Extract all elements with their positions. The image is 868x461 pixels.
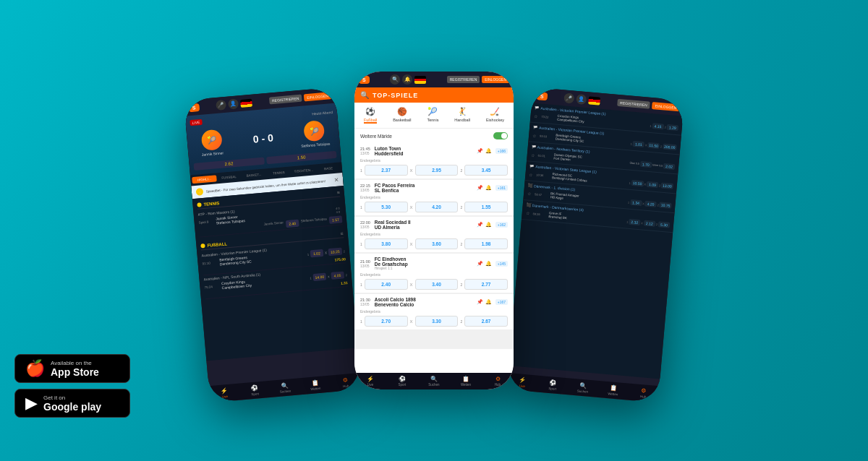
right-suchen-label: Suchen xyxy=(577,389,589,393)
r-odd4-2[interactable]: 13.00 xyxy=(661,183,673,189)
match4-odd-v1[interactable]: 2.40 xyxy=(365,279,408,290)
match3-ergebnis: Endergebnis xyxy=(360,232,508,236)
nav-tab-base[interactable]: BASE xyxy=(316,164,341,173)
sport-tab-fussball[interactable]: ⚽ Fußball xyxy=(364,107,377,124)
match2-odd-vx[interactable]: 4.20 xyxy=(415,202,459,212)
right-bottom-nav-hub[interactable]: ⚙ Hub xyxy=(628,387,659,400)
match3-num1-label: 1 xyxy=(360,242,362,246)
star6[interactable]: ☆ xyxy=(525,210,532,216)
right-bottom-nav: ⚡ Live ⚽ Sport 🔍 Suchen 📋 Wetten xyxy=(506,373,659,402)
r-odd3-over[interactable]: 1.70 xyxy=(640,161,652,168)
bottom-nav-sport[interactable]: ⚽ Sport xyxy=(239,384,271,397)
match1-odd-vx[interactable]: 2.95 xyxy=(415,165,459,176)
match1-odd-v2[interactable]: 3.45 xyxy=(464,165,508,176)
r-odd2-2[interactable]: 200.00 xyxy=(663,144,677,151)
r-odds1: 1 4.15 2 1.29 xyxy=(650,123,678,131)
sport-tab-handball[interactable]: 🤾 Handball xyxy=(454,107,470,124)
match2-odd-v2[interactable]: 1.55 xyxy=(464,202,508,212)
alert-close-button[interactable]: ✕ xyxy=(333,176,339,184)
match2-odd1[interactable]: 14.00 xyxy=(312,273,326,282)
sport-tab-eishockey[interactable]: 🏒 Eishockey xyxy=(486,107,504,124)
match5-card-odds: 1 2.70 X 3.30 2 2.67 xyxy=(360,316,508,327)
tennis-odd-157[interactable]: 1.57 xyxy=(329,215,343,224)
match2-header: 22:15 13/05 FC Pacos Ferreira SL Benfica… xyxy=(360,183,508,193)
match1-oddX[interactable]: 10.25 xyxy=(328,248,342,257)
center-bottom-nav-suchen[interactable]: 🔍 Suchen xyxy=(418,376,450,387)
match1-odd1[interactable]: 1.02 xyxy=(310,249,324,258)
right-register-button[interactable]: REGISTRIEREN xyxy=(617,99,650,109)
match5-odd-v1[interactable]: 2.70 xyxy=(365,316,408,327)
match5-odd-v2[interactable]: 2.67 xyxy=(464,316,508,327)
match2-oddX[interactable]: 4.05 xyxy=(331,271,344,280)
r-odd6-2[interactable]: 5.30 xyxy=(658,221,671,228)
googleplay-badge[interactable]: ▶ Get it on Google play xyxy=(14,389,130,418)
match5-odd-vx[interactable]: 3.30 xyxy=(415,316,459,327)
nav-tab-tischtennis[interactable]: TISCHTEN... xyxy=(292,166,316,175)
match-card-4: 21:00 13/05 FC Eindhoven De Graafschap H… xyxy=(354,254,514,293)
fussball-section: FUßBALL ≡ Australien - Victorian Premier… xyxy=(196,227,353,302)
nav-tab-fussball[interactable]: FUSSBAL xyxy=(217,173,242,181)
match4-odd-v2[interactable]: 2.77 xyxy=(464,279,508,290)
nav-tab-tennis[interactable]: TENNIS xyxy=(266,168,291,177)
fussball-expand[interactable]: ≡ xyxy=(340,231,344,236)
nav-tab-basketball[interactable]: BASKET... xyxy=(242,171,266,179)
r-odd2-x[interactable]: 11.50 xyxy=(647,142,660,149)
weitere-maerkte-toggle[interactable] xyxy=(493,132,508,139)
star1[interactable]: ☆ xyxy=(534,113,540,119)
r-odd1-2[interactable]: 1.29 xyxy=(666,124,678,131)
match5-teams-area: Ascoli Calcio 1898 Benevento Calcio xyxy=(375,297,477,307)
match3-num2-label: 2 xyxy=(460,242,462,246)
login-button[interactable]: EINLOGGEN xyxy=(304,92,331,101)
register-button[interactable]: REGISTRIEREN xyxy=(269,95,302,105)
match1-odd-v1[interactable]: 2.37 xyxy=(365,165,408,176)
r-odd3-under[interactable]: 2.02 xyxy=(663,163,676,170)
tennis-odd-240[interactable]: 2.40 xyxy=(286,220,299,228)
center-bottom-nav-sport[interactable]: ⚽ Sport xyxy=(386,376,418,387)
match4-odd-vx[interactable]: 3.40 xyxy=(415,279,459,290)
match4-extra: Hinspiel: 1:1 xyxy=(375,267,477,270)
match3-odd-vx[interactable]: 3.60 xyxy=(415,238,459,249)
r-odd5-1[interactable]: 1.34 xyxy=(630,199,642,206)
right-flag1: 🏳️ xyxy=(535,105,540,111)
nav-tab-highlight[interactable]: HIGHLI... xyxy=(192,175,216,184)
star5[interactable]: ☆ xyxy=(527,191,534,197)
center-bottom-nav-hub[interactable]: ⚙ Hub xyxy=(482,376,514,387)
sport-tab-basketball[interactable]: 🏀 Basketball xyxy=(393,107,411,124)
match2-odd-v1[interactable]: 5.30 xyxy=(365,202,408,212)
right-login-button[interactable]: EINLOGGEN xyxy=(652,102,679,111)
star4[interactable]: ☆ xyxy=(529,171,535,177)
right-bottom-nav-sport[interactable]: ⚽ Sport xyxy=(537,379,569,392)
center-bottom-nav-live[interactable]: ⚡ Live xyxy=(354,376,386,387)
r-odd4-x[interactable]: 1.09 xyxy=(647,181,659,188)
fussball-match2-time: 75:24 xyxy=(204,284,220,289)
r-odd6-1[interactable]: 2.32 xyxy=(629,219,641,225)
center-login-button[interactable]: EINLOGGEN xyxy=(482,76,509,83)
sport-label: Sport xyxy=(251,392,259,396)
right-bottom-nav-wetten[interactable]: 📋 Wetten xyxy=(597,384,629,397)
fussball-match2-odds: 1 14.00 x 4.05 2 xyxy=(310,271,347,281)
bottom-nav-suchen[interactable]: 🔍 Suchen xyxy=(269,381,300,395)
bottom-nav-wetten[interactable]: 📋 Wetten xyxy=(299,379,331,392)
r-time2: 93:10 xyxy=(540,134,554,139)
r-odd4-1[interactable]: 10.50 xyxy=(631,180,644,186)
right-flag2: 🏳️ xyxy=(533,125,538,130)
star2[interactable]: ☆ xyxy=(532,132,539,138)
match5-x-label: X xyxy=(410,319,413,324)
match3-pin-icon: 📌 xyxy=(477,222,483,228)
r-odd2-1[interactable]: 1.01 xyxy=(633,141,645,147)
match3-odd-v2[interactable]: 1.98 xyxy=(464,238,508,249)
center-bottom-nav-wetten[interactable]: 📋 Wetten xyxy=(450,376,482,387)
tennis-expand[interactable]: ≡ xyxy=(336,190,340,195)
bottom-nav-live[interactable]: ⚡ Live xyxy=(209,387,240,400)
r-odd1-1[interactable]: 4.15 xyxy=(652,123,664,129)
microphone-icon: 🎤 xyxy=(216,100,226,111)
r-odd5-2[interactable]: 10.75 xyxy=(660,202,672,208)
sport-tab-tennis[interactable]: 🎾 Tennis xyxy=(427,107,439,124)
center-register-button[interactable]: REGISTRIEREN xyxy=(447,76,480,83)
r-odd6-x[interactable]: 2.12 xyxy=(644,220,656,227)
appstore-badge[interactable]: 🍎 Available on the App Store xyxy=(14,354,130,383)
star3[interactable]: ☆ xyxy=(531,152,537,158)
r-odd5-x[interactable]: 4.20 xyxy=(644,201,657,207)
right-bottom-nav-suchen[interactable]: 🔍 Suchen xyxy=(567,381,598,395)
match3-odd-v1[interactable]: 3.80 xyxy=(365,238,408,249)
